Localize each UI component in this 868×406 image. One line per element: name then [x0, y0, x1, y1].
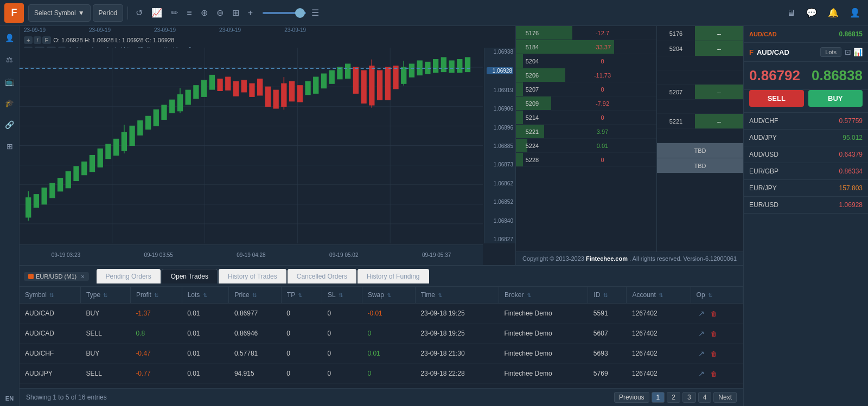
select-symbol-button[interactable]: Select Symbol ▼ [28, 4, 91, 22]
watchlist-item-eurgbp[interactable]: EUR/GBP 0.86334 [744, 163, 868, 180]
col-lots[interactable]: Lots ⇅ [182, 287, 229, 304]
depth-row: 5214 0 [516, 111, 656, 125]
user-icon[interactable]: 👤 [846, 5, 864, 20]
refresh-icon[interactable]: ↺ [132, 5, 146, 20]
add-icon[interactable]: + [245, 6, 256, 20]
svg-rect-28 [146, 116, 151, 129]
cell-type: BUY [81, 344, 131, 364]
watchlist-item-eurjpy[interactable]: EUR/JPY 157.803 [744, 180, 868, 197]
cell-price: 0.86946 [229, 324, 281, 344]
period-button[interactable]: Period [93, 4, 124, 22]
toggle-icon[interactable]: ⊡ [845, 48, 851, 56]
watchlist-item-audusd[interactable]: AUD/USD 0.64379 [744, 146, 868, 163]
chart-tab-close[interactable]: × [81, 273, 84, 280]
bell-icon[interactable]: 🔔 [825, 5, 842, 20]
page-2-button[interactable]: 2 [667, 392, 680, 403]
linechart-icon[interactable]: 📊 [853, 48, 863, 56]
cell-broker: Fintechee Demo [499, 384, 588, 389]
chart-line-icon[interactable]: 📈 [148, 5, 165, 20]
sidebar-grid-icon[interactable]: ⊞ [2, 139, 17, 154]
col-time[interactable]: Time ⇅ [415, 287, 499, 304]
sidebar-scale-icon[interactable]: ⚖ [2, 52, 17, 67]
col-profit[interactable]: Profit ⇅ [130, 287, 182, 304]
chart-canvas [20, 48, 483, 243]
delete-button[interactable]: 🗑 [709, 369, 719, 379]
monitor-icon[interactable]: 🖥 [783, 6, 799, 20]
cell-time: 23-09-18 21:30 [415, 344, 499, 364]
sidebar-user-icon[interactable]: 👤 [2, 30, 17, 46]
sidebar-link-icon[interactable]: 🔗 [2, 117, 17, 132]
screenshot-icon[interactable]: ⊞ [229, 5, 242, 20]
table-header: Symbol ⇅ Type ⇅ Profit ⇅ Lots ⇅ Price ⇅ … [20, 287, 743, 304]
svg-rect-16 [50, 183, 55, 197]
watchlist-item-audchf[interactable]: AUD/CHF 0.57759 [744, 113, 868, 130]
depth-right: 5176 -- 5204 -- 5207 -- [656, 26, 743, 252]
col-id[interactable]: ID ⇅ [588, 287, 627, 304]
ctrl-f[interactable]: F [42, 36, 52, 44]
chat-icon[interactable]: 💬 [803, 5, 820, 20]
zoom-slider-thumb[interactable] [295, 8, 305, 18]
cell-swap: 0 [362, 364, 415, 384]
tabs-bar: EUR/USD (M1) × Pending Orders Open Trade… [20, 266, 743, 287]
lots-button[interactable]: Lots [820, 47, 841, 57]
zoom-out-icon[interactable]: ⊖ [213, 5, 227, 20]
edit-button[interactable]: ↗ [696, 308, 707, 319]
col-type[interactable]: Type ⇅ [81, 287, 131, 304]
col-broker[interactable]: Broker ⇅ [499, 287, 588, 304]
tab-cancelled-orders[interactable]: Cancelled Orders [288, 269, 356, 283]
watchlist-symbol: AUD/USD [749, 151, 778, 158]
col-sl[interactable]: SL ⇅ [322, 287, 362, 304]
col-tp[interactable]: TP ⇅ [281, 287, 322, 304]
next-page-button[interactable]: Next [713, 392, 737, 403]
tab-history-funding[interactable]: History of Funding [358, 269, 429, 283]
tab-pending-orders[interactable]: Pending Orders [97, 269, 161, 283]
pagination-info: Showing 1 to 5 of 16 entries [26, 394, 107, 401]
edit-button[interactable]: ↗ [696, 328, 707, 339]
symbol-name: AUD/CAD [757, 48, 789, 56]
edit-button[interactable]: ↗ [696, 348, 707, 359]
cell-broker: Fintechee Demo [499, 304, 588, 324]
sidebar-school-icon[interactable]: 🎓 [2, 95, 17, 111]
col-op[interactable]: Op ⇅ [691, 287, 743, 304]
chart-tab-indicator: EUR/USD (M1) × [24, 272, 89, 281]
logo-button[interactable]: F [4, 3, 24, 23]
tab-open-trades[interactable]: Open Trades [162, 269, 218, 283]
delete-button[interactable]: 🗑 [709, 349, 719, 359]
col-price[interactable]: Price ⇅ [229, 287, 281, 304]
page-1-button[interactable]: 1 [652, 392, 665, 403]
page-3-button[interactable]: 3 [682, 392, 696, 403]
tab-history-trades[interactable]: History of Trades [219, 269, 286, 283]
svg-rect-31 [170, 100, 175, 113]
sidebar-language[interactable]: EN [5, 395, 14, 402]
ctrl-plus[interactable]: + [24, 36, 33, 44]
pencil-icon[interactable]: ✏ [168, 5, 181, 20]
cell-account: 1267402 [627, 384, 691, 389]
depth-left: 5176 -12.7 5184 -33.37 5204 [516, 26, 656, 252]
svg-rect-67 [457, 60, 462, 73]
svg-rect-64 [433, 60, 438, 73]
sell-button[interactable]: SELL [749, 90, 804, 107]
col-symbol[interactable]: Symbol ⇅ [20, 287, 81, 304]
watchlist-item-audjpy[interactable]: AUD/JPY 95.012 [744, 130, 868, 146]
current-price-label: 1.06928 [487, 67, 513, 74]
svg-rect-44 [273, 90, 278, 108]
menu-icon[interactable]: ≡ [183, 6, 195, 20]
col-account[interactable]: Account ⇅ [627, 287, 691, 304]
hamburger-menu-icon[interactable]: ☰ [308, 5, 322, 20]
prev-page-button[interactable]: Previous [614, 392, 649, 403]
col-swap[interactable]: Swap ⇅ [362, 287, 415, 304]
edit-button[interactable]: ↗ [696, 368, 707, 379]
cell-lots: 0.01 [182, 304, 229, 324]
cell-swap: 0.01 [362, 344, 415, 364]
page-4-button[interactable]: 4 [698, 392, 712, 403]
delete-button[interactable]: 🗑 [709, 309, 719, 319]
ctrl-slash[interactable]: / [34, 36, 41, 44]
watchlist-item-eurusd[interactable]: EUR/USD 1.06928 [744, 197, 868, 214]
buy-button[interactable]: BUY [808, 90, 863, 107]
watchlist-price: 1.06928 [839, 201, 863, 209]
chart-header: + / F O: 1.06928 H: 1.06928 L: 1.06928 C… [20, 34, 515, 46]
sidebar-tv-icon[interactable]: 📺 [2, 74, 17, 89]
zoom-in-icon[interactable]: ⊕ [197, 5, 211, 20]
cell-type: SELL [81, 364, 131, 384]
delete-button[interactable]: 🗑 [709, 329, 719, 339]
